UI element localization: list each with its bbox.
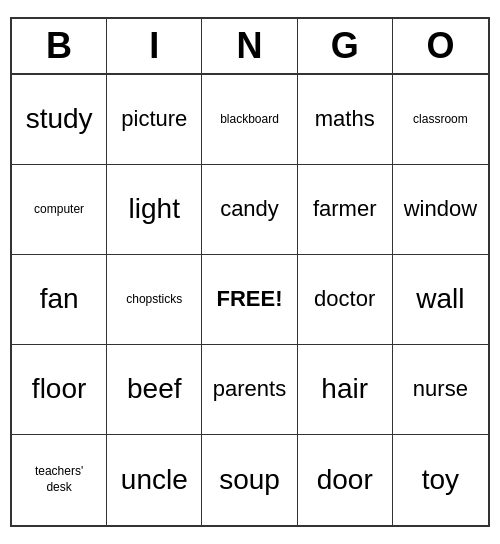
bingo-cell[interactable]: chopsticks — [107, 255, 202, 345]
cell-text: classroom — [413, 112, 468, 128]
cell-text: door — [317, 462, 373, 498]
cell-text: light — [129, 191, 180, 227]
cell-text: candy — [220, 195, 279, 224]
bingo-cell[interactable]: picture — [107, 75, 202, 165]
bingo-cell[interactable]: computer — [12, 165, 107, 255]
bingo-cell[interactable]: blackboard — [202, 75, 297, 165]
cell-text: hair — [321, 371, 368, 407]
bingo-cell[interactable]: toy — [393, 435, 488, 525]
header-letter: B — [12, 19, 107, 73]
bingo-cell[interactable]: door — [298, 435, 393, 525]
bingo-cell[interactable]: soup — [202, 435, 297, 525]
cell-text: fan — [40, 281, 79, 317]
cell-text: computer — [34, 202, 84, 218]
cell-text: wall — [416, 281, 464, 317]
cell-text: floor — [32, 371, 86, 407]
cell-text: beef — [127, 371, 182, 407]
bingo-cell[interactable]: doctor — [298, 255, 393, 345]
bingo-cell[interactable]: parents — [202, 345, 297, 435]
bingo-cell[interactable]: maths — [298, 75, 393, 165]
bingo-cell[interactable]: fan — [12, 255, 107, 345]
bingo-cell[interactable]: candy — [202, 165, 297, 255]
bingo-cell[interactable]: floor — [12, 345, 107, 435]
cell-text: maths — [315, 105, 375, 134]
header-letter: I — [107, 19, 202, 73]
bingo-cell[interactable]: teachers' desk — [12, 435, 107, 525]
cell-text: teachers' desk — [35, 464, 83, 495]
cell-text: toy — [422, 462, 459, 498]
bingo-cell[interactable]: beef — [107, 345, 202, 435]
cell-text: parents — [213, 375, 286, 404]
bingo-cell[interactable]: study — [12, 75, 107, 165]
bingo-cell[interactable]: nurse — [393, 345, 488, 435]
cell-text: picture — [121, 105, 187, 134]
cell-text: nurse — [413, 375, 468, 404]
cell-text: doctor — [314, 285, 375, 314]
cell-text: soup — [219, 462, 280, 498]
cell-text: chopsticks — [126, 292, 182, 308]
cell-text: FREE! — [216, 285, 282, 314]
bingo-cell[interactable]: FREE! — [202, 255, 297, 345]
bingo-cell[interactable]: hair — [298, 345, 393, 435]
cell-text: blackboard — [220, 112, 279, 128]
cell-text: window — [404, 195, 477, 224]
cell-text: study — [26, 101, 93, 137]
bingo-cell[interactable]: farmer — [298, 165, 393, 255]
cell-text: uncle — [121, 462, 188, 498]
bingo-grid: studypictureblackboardmathsclassroomcomp… — [12, 75, 488, 525]
header-letter: O — [393, 19, 488, 73]
bingo-cell[interactable]: light — [107, 165, 202, 255]
bingo-header: BINGO — [12, 19, 488, 75]
cell-text: farmer — [313, 195, 377, 224]
bingo-cell[interactable]: uncle — [107, 435, 202, 525]
bingo-card: BINGO studypictureblackboardmathsclassro… — [10, 17, 490, 527]
header-letter: N — [202, 19, 297, 73]
bingo-cell[interactable]: classroom — [393, 75, 488, 165]
bingo-cell[interactable]: window — [393, 165, 488, 255]
bingo-cell[interactable]: wall — [393, 255, 488, 345]
header-letter: G — [298, 19, 393, 73]
